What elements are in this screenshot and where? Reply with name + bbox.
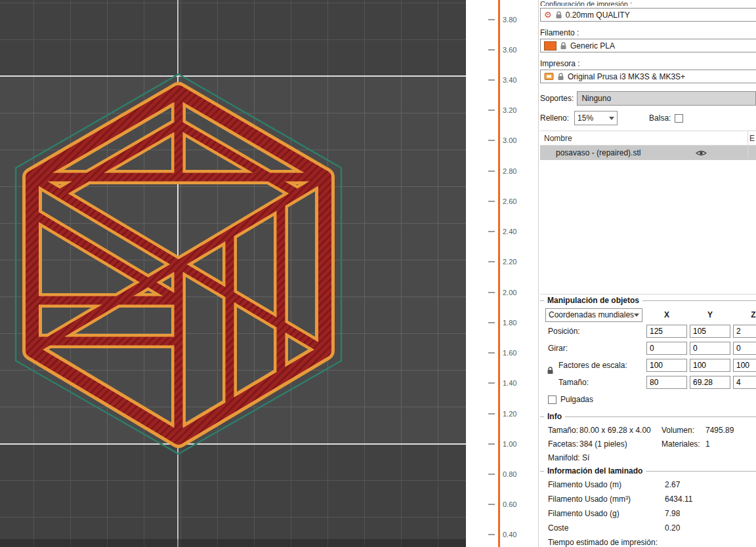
info-title: Info [544, 412, 565, 421]
filament-used-g-value: 7.98 [665, 509, 756, 518]
tick-label: 2.00 [503, 289, 516, 296]
list-column-divider [747, 131, 748, 159]
tick-label: 3.40 [503, 76, 516, 84]
visibility-eye-icon[interactable] [696, 150, 707, 157]
object-list-header: Nombre E [540, 131, 756, 146]
scale-lock-icon[interactable] [547, 367, 554, 376]
tick-label: 2.40 [503, 228, 516, 235]
name-column-header[interactable]: Nombre [544, 134, 749, 143]
inches-label: Pulgadas [560, 395, 593, 404]
size-x-input[interactable] [646, 376, 687, 389]
object-list-item-posavaso[interactable]: posavaso - (repaired).stl [540, 146, 756, 160]
tick-mark [488, 443, 495, 445]
chevron-down-icon [609, 117, 614, 120]
filament-combo[interactable]: Generic PLA [540, 39, 756, 52]
axis-x-header: X [646, 310, 687, 319]
3d-viewport[interactable] [0, 0, 466, 547]
position-y-input[interactable] [690, 325, 730, 338]
lock-icon [560, 42, 567, 50]
infill-row: Relleno: 15% Balsa: [540, 111, 756, 125]
size-y-input[interactable] [690, 376, 730, 389]
manifold-status: Manifold: Sí [540, 453, 756, 462]
tick-label: 0.60 [503, 500, 516, 508]
info-materials-value: 1 [705, 439, 756, 449]
tick-label: 1.00 [503, 440, 516, 448]
filament-used-m-label: Filamento Usado (m) [548, 480, 665, 489]
brim-checkbox[interactable] [675, 114, 683, 123]
supports-combo[interactable]: Ninguno [577, 91, 756, 106]
object-manipulation-title: Manipulación de objetos [544, 296, 642, 305]
tick-mark [488, 231, 495, 232]
tick-label: 3.60 [503, 46, 516, 54]
axis-y-header: Y [690, 310, 730, 319]
sliced-model-posavaso[interactable] [0, 0, 466, 547]
tick-label: 1.80 [503, 319, 516, 327]
filament-used-g-label: Filamento Usado (g) [548, 509, 665, 518]
position-x-input[interactable] [646, 325, 687, 338]
rotate-z-input[interactable] [733, 342, 756, 355]
sliced-info-section: Información del laminado [540, 466, 756, 476]
size-z-input[interactable] [733, 376, 756, 389]
filament-used-mm3-label: Filamento Usado (mm³) [548, 495, 665, 504]
tick-mark [488, 534, 495, 535]
rotate-x-input[interactable] [646, 342, 687, 355]
coordinates-row: Coordenadas mundiales X Y Z [540, 307, 756, 323]
info-volume-label: Volumen: [662, 426, 705, 435]
edit-column-header: E [749, 134, 756, 143]
sliced-info-title: Información del laminado [544, 466, 646, 476]
info-facets-value: 384 (1 pieles) [579, 439, 662, 449]
filament-color-swatch [544, 41, 556, 51]
scale-x-input[interactable] [646, 359, 687, 372]
tick-mark [488, 504, 495, 505]
tick-label: 0.80 [503, 470, 516, 478]
tick-mark [488, 140, 495, 141]
tick-mark [488, 413, 495, 415]
infill-label: Relleno: [540, 113, 569, 123]
rotate-y-input[interactable] [690, 342, 730, 355]
position-label: Posición: [545, 327, 644, 336]
scale-factors-label: Factores de escala: [545, 361, 644, 370]
printer-label: Impresora : [540, 59, 756, 68]
brim-label: Balsa: [649, 113, 671, 123]
supports-label: Soportes: [540, 94, 574, 103]
object-manipulation-section: Manipulación de objetos [540, 296, 756, 306]
infill-combo[interactable]: 15% [574, 111, 618, 125]
tick-label: 3.80 [503, 16, 516, 24]
rotate-label: Girar: [545, 344, 644, 353]
tick-mark [488, 292, 495, 293]
print-settings-value: 0.20mm QUALITY [566, 10, 630, 20]
filament-label: Filamento : [540, 28, 756, 37]
supports-row: Soportes: Ninguno [540, 91, 756, 106]
tick-label: 1.60 [503, 349, 516, 357]
print-time-value [665, 538, 756, 547]
tick-label: 2.20 [503, 258, 516, 266]
scale-rows: Factores de escala: Tamaño: [540, 357, 756, 391]
tick-mark [488, 49, 495, 51]
inches-checkbox[interactable] [548, 395, 556, 404]
tick-label: 1.40 [503, 379, 516, 387]
tick-label: 3.20 [503, 106, 516, 114]
axis-z-header: Z [733, 310, 756, 319]
settings-sidebar: Configuración de impresión : ⚙ 0.20mm QU… [538, 0, 756, 547]
print-settings-combo[interactable]: ⚙ 0.20mm QUALITY [540, 8, 756, 22]
position-z-input[interactable] [733, 325, 756, 338]
scale-y-input[interactable] [690, 359, 730, 372]
filament-value: Generic PLA [570, 41, 615, 51]
info-section: Info [540, 412, 756, 422]
filament-used-mm3-value: 6434.11 [665, 495, 756, 504]
info-size-label: Tamaño: [548, 426, 579, 435]
layer-slider[interactable]: 3.80 3.60 3.40 3.20 3.00 2.80 2.60 2.40 … [466, 0, 538, 547]
tick-label: 2.80 [503, 167, 516, 175]
scale-z-input[interactable] [733, 359, 756, 372]
size-label: Tamaño: [545, 378, 644, 387]
tick-label: 1.20 [503, 410, 516, 418]
object-list: Nombre E posavaso - (repaired).stl [540, 131, 756, 294]
infill-value: 15% [578, 113, 609, 123]
coordinates-combo[interactable]: Coordenadas mundiales [545, 308, 642, 322]
printer-value: Original Prusa i3 MK3S & MK3S+ [568, 72, 685, 81]
inches-row: Pulgadas [540, 394, 756, 405]
size-row: Tamaño: [540, 374, 756, 391]
printer-combo[interactable]: Original Prusa i3 MK3S & MK3S+ [540, 70, 756, 83]
tick-mark [488, 474, 495, 475]
info-grid: Tamaño: 80.00 x 69.28 x 4.00 Volumen: 74… [540, 426, 756, 449]
